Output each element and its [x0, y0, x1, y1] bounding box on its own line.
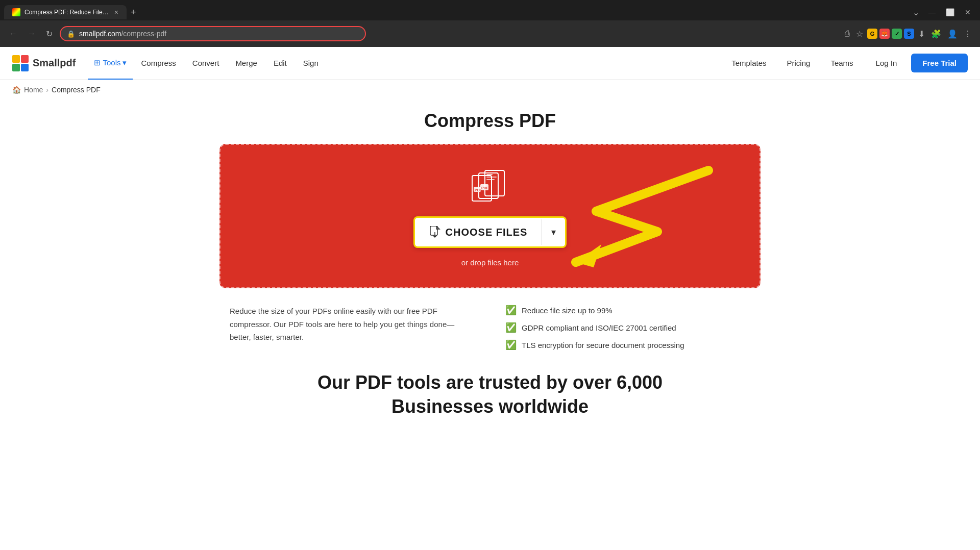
trusted-title-line2: Businesses worldwide — [24, 395, 955, 419]
toolbar-right: ⎙ ☆ G 🦊 ✓ S ⬇ 🧩 👤 ⋮ — [843, 27, 974, 41]
check-icon-1: ✅ — [505, 305, 517, 316]
merge-nav-link[interactable]: Merge — [227, 47, 265, 80]
breadcrumb-separator: › — [46, 86, 48, 94]
new-tab-btn[interactable]: + — [127, 7, 140, 18]
navbar-right: Templates Pricing Teams Log In Free Tria… — [723, 54, 968, 72]
teams-link[interactable]: Teams — [822, 55, 861, 71]
browser-chrome: Compress PDF: Reduce File Size ... × + ⌄… — [0, 0, 980, 47]
grid-icon: ⊞ — [94, 58, 101, 67]
trusted-title: Our PDF tools are trusted by over 6,000 … — [24, 371, 955, 419]
choose-files-label: CHOOSE FILES — [446, 227, 528, 238]
check-icon-2: ✅ — [505, 322, 517, 333]
tab-bar: Compress PDF: Reduce File Size ... × + ⌄… — [0, 0, 980, 20]
tools-label: Tools — [103, 58, 120, 67]
features-section: Reduce the size of your PDFs online easi… — [219, 305, 761, 351]
svg-rect-3 — [21, 64, 29, 71]
page-title: Compress PDF — [12, 110, 968, 132]
tab-favicon — [12, 8, 20, 16]
svg-rect-1 — [21, 55, 29, 63]
extension-2[interactable]: 🦊 — [879, 29, 890, 39]
svg-text:PDF: PDF — [481, 186, 489, 190]
url-bar[interactable]: 🔒 smallpdf.com/compress-pdf — [60, 26, 366, 41]
window-maximize-btn[interactable]: ⬜ — [941, 8, 960, 16]
download-icon[interactable]: ⬇ — [916, 27, 927, 41]
extensions-icon[interactable]: 🧩 — [929, 27, 943, 41]
choose-files-button[interactable]: CHOOSE FILES ▾ — [413, 216, 567, 248]
logo-icon — [12, 55, 29, 71]
check-icon-3: ✅ — [505, 339, 517, 351]
forward-button[interactable]: → — [24, 27, 39, 40]
feature-description: Reduce the size of your PDFs online easi… — [230, 305, 475, 351]
free-trial-button[interactable]: Free Trial — [911, 54, 968, 72]
tab-close-btn[interactable]: × — [114, 8, 118, 16]
drop-files-text: or drop files here — [461, 258, 519, 267]
secure-lock-icon: 🔒 — [67, 30, 75, 38]
menu-icon[interactable]: ⋮ — [962, 27, 974, 41]
feature-item-1: ✅ Reduce file size up to 99% — [505, 305, 750, 316]
url-text: smallpdf.com/compress-pdf — [79, 30, 359, 38]
tools-chevron-icon: ▾ — [122, 58, 127, 67]
feature-list: ✅ Reduce file size up to 99% ✅ GDPR comp… — [505, 305, 750, 351]
feature-text-3: TLS encryption for secure document proce… — [522, 341, 684, 349]
svg-text:PDF: PDF — [475, 188, 482, 192]
window-close-btn[interactable]: ✕ — [960, 8, 976, 16]
choose-files-main: CHOOSE FILES — [415, 218, 542, 246]
feature-text-2: GDPR compliant and ISO/IEC 27001 certifi… — [522, 323, 676, 332]
svg-rect-0 — [12, 55, 20, 63]
tab-overflow-btn[interactable]: ⌄ — [909, 8, 923, 17]
trusted-section: Our PDF tools are trusted by over 6,000 … — [12, 351, 968, 429]
feature-item-2: ✅ GDPR compliant and ISO/IEC 27001 certi… — [505, 322, 750, 333]
window-minimize-btn[interactable]: — — [923, 8, 941, 16]
templates-link[interactable]: Templates — [723, 55, 774, 71]
logo[interactable]: Smallpdf — [12, 55, 76, 71]
logo-text: Smallpdf — [33, 57, 76, 69]
svg-rect-5 — [486, 174, 493, 175]
extension-4[interactable]: S — [904, 29, 914, 39]
refresh-button[interactable]: ↻ — [43, 27, 56, 41]
page-content: Smallpdf ⊞ Tools ▾ Compress Convert Merg… — [0, 47, 980, 449]
share-icon[interactable]: ⎙ — [843, 27, 852, 40]
svg-marker-15 — [576, 244, 601, 267]
upload-area[interactable]: PDF PDF CHOOSE FILES ▾ — [219, 144, 761, 288]
feature-item-3: ✅ TLS encryption for secure document pro… — [505, 339, 750, 351]
breadcrumb-current: Compress PDF — [52, 86, 101, 94]
convert-nav-link[interactable]: Convert — [184, 47, 228, 80]
feature-text-1: Reduce file size up to 99% — [522, 306, 612, 315]
breadcrumb-home-link[interactable]: Home — [24, 86, 43, 94]
back-button[interactable]: ← — [6, 27, 20, 40]
bookmark-icon[interactable]: ☆ — [854, 27, 865, 41]
choose-files-dropdown-btn[interactable]: ▾ — [542, 218, 565, 246]
active-tab[interactable]: Compress PDF: Reduce File Size ... × — [4, 5, 127, 19]
tab-title: Compress PDF: Reduce File Size ... — [24, 9, 110, 16]
svg-rect-2 — [12, 64, 20, 71]
edit-nav-link[interactable]: Edit — [265, 47, 295, 80]
extension-1[interactable]: G — [867, 29, 877, 39]
sign-nav-link[interactable]: Sign — [295, 47, 327, 80]
profile-icon[interactable]: 👤 — [945, 27, 960, 41]
svg-rect-7 — [486, 179, 495, 180]
breadcrumb: 🏠 Home › Compress PDF — [0, 80, 980, 100]
pdf-files-icon: PDF PDF — [470, 165, 510, 206]
tools-menu-btn[interactable]: ⊞ Tools ▾ — [88, 47, 133, 80]
file-upload-icon — [429, 226, 440, 238]
login-button[interactable]: Log In — [866, 55, 908, 71]
extension-3[interactable]: ✓ — [892, 29, 902, 39]
main-content: Compress PDF PDF PDF — [0, 100, 980, 449]
pricing-link[interactable]: Pricing — [779, 55, 819, 71]
navbar: Smallpdf ⊞ Tools ▾ Compress Convert Merg… — [0, 47, 980, 80]
annotation-arrow — [566, 160, 729, 272]
compress-nav-link[interactable]: Compress — [133, 47, 184, 80]
trusted-title-line1: Our PDF tools are trusted by over 6,000 — [24, 371, 955, 395]
address-bar: ← → ↻ 🔒 smallpdf.com/compress-pdf ⎙ ☆ G … — [0, 20, 980, 47]
home-icon: 🏠 — [12, 86, 21, 94]
